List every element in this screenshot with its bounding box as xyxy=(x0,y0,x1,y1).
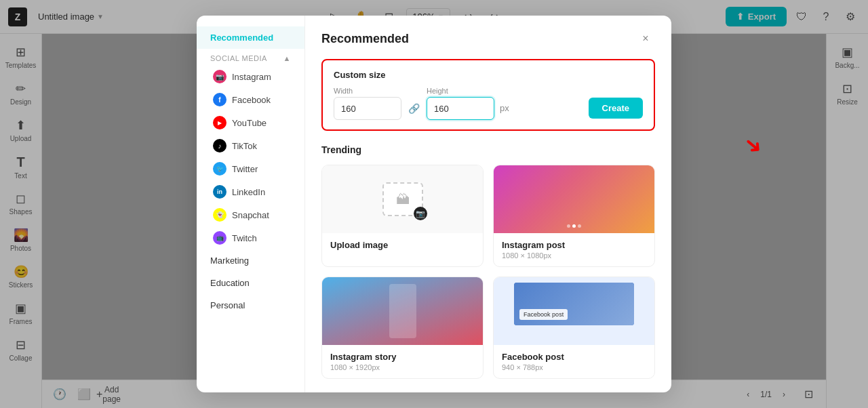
instagram-icon: 📷 xyxy=(213,70,226,83)
height-input[interactable] xyxy=(427,97,494,120)
recommended-modal: Recommended Social media ▲ 📷 Instagram f… xyxy=(197,16,671,392)
modal-left-personal[interactable]: Personal xyxy=(197,294,304,317)
trending-grid: 🏔 📷 Upload image xyxy=(321,165,655,379)
dot-2 xyxy=(572,224,576,228)
modal-title: Recommended xyxy=(321,32,409,46)
modal-left-twitter[interactable]: 🐦 Twitter xyxy=(197,157,304,180)
facebook-post-card-name: Facebook post xyxy=(502,352,646,362)
height-label: Height xyxy=(427,87,494,95)
modal-right-panel: Recommended × Custom size Width 🔗 Height xyxy=(305,16,671,392)
modal-left-twitch[interactable]: 📺 Twitch xyxy=(197,226,304,249)
facebook-post-card-dims: 940 × 788px xyxy=(502,363,646,371)
instagram-story-card[interactable]: Instagram story 1080 × 1920px xyxy=(321,277,484,379)
instagram-story-preview xyxy=(322,277,483,345)
trending-title: Trending xyxy=(321,144,655,155)
mountain-icon: 🏔 xyxy=(396,192,410,207)
modal-left-facebook[interactable]: f Facebook xyxy=(197,88,304,111)
custom-size-section: Custom size Width 🔗 Height px Create xyxy=(321,59,655,131)
camera-icon: 📷 xyxy=(414,207,427,220)
modal-header: Recommended × xyxy=(321,29,655,48)
modal-left-instagram[interactable]: 📷 Instagram xyxy=(197,65,304,88)
height-field-group: Height xyxy=(427,87,494,120)
modal-left-snapchat[interactable]: 👻 Snapchat xyxy=(197,203,304,226)
modal-left-tiktok[interactable]: ♪ TikTok xyxy=(197,134,304,157)
snapchat-icon: 👻 xyxy=(213,208,226,222)
facebook-post-preview: Facebook post xyxy=(494,277,654,345)
instagram-story-card-info: Instagram story 1080 × 1920px xyxy=(322,345,483,378)
facebook-post-card[interactable]: Facebook post Facebook post 940 × 788px xyxy=(493,277,655,379)
linkedin-icon: in xyxy=(213,185,226,199)
modal-overlay[interactable]: Recommended Social media ▲ 📷 Instagram f… xyxy=(0,0,868,408)
modal-left-education[interactable]: Education xyxy=(197,272,304,294)
instagram-post-card-dims: 1080 × 1080px xyxy=(502,251,646,260)
upload-card-name: Upload image xyxy=(330,240,475,250)
modal-left-youtube[interactable]: ▶ YouTube xyxy=(197,111,304,134)
instagram-post-card-info: Instagram post 1080 × 1080px xyxy=(494,233,654,266)
modal-close-button[interactable]: × xyxy=(636,29,655,48)
upload-image-card[interactable]: 🏔 📷 Upload image xyxy=(321,165,484,267)
width-field-group: Width xyxy=(334,87,401,120)
instagram-post-card-name: Instagram post xyxy=(502,240,646,250)
twitch-icon: 📺 xyxy=(213,231,226,245)
instagram-post-preview xyxy=(494,165,654,233)
tiktok-icon: ♪ xyxy=(213,139,226,152)
facebook-icon: f xyxy=(213,93,226,106)
instagram-post-card[interactable]: Instagram post 1080 × 1080px xyxy=(493,165,655,267)
link-dimensions-icon: 🔗 xyxy=(407,103,421,114)
facebook-post-card-info: Facebook post 940 × 788px xyxy=(494,345,654,378)
youtube-icon: ▶ xyxy=(213,116,226,129)
twitter-icon: 🐦 xyxy=(213,162,226,176)
dot-3 xyxy=(578,224,581,228)
instagram-story-card-name: Instagram story xyxy=(330,352,475,362)
dot-1 xyxy=(567,224,570,228)
instagram-story-card-dims: 1080 × 1920px xyxy=(330,363,475,371)
upload-card-preview: 🏔 📷 xyxy=(322,165,483,233)
px-label: px xyxy=(500,103,509,113)
custom-size-label: Custom size xyxy=(334,70,643,80)
modal-left-recommended[interactable]: Recommended xyxy=(197,26,304,49)
custom-size-fields: Width 🔗 Height px Create xyxy=(334,87,643,120)
width-label: Width xyxy=(334,87,401,95)
modal-left-panel: Recommended Social media ▲ 📷 Instagram f… xyxy=(197,16,305,392)
width-input[interactable] xyxy=(334,97,401,120)
upload-card-info: Upload image xyxy=(322,233,483,257)
create-button[interactable]: Create xyxy=(589,98,643,119)
upload-icon-area: 🏔 📷 xyxy=(382,182,423,216)
modal-left-linkedin[interactable]: in LinkedIn xyxy=(197,180,304,203)
modal-left-marketing[interactable]: Marketing xyxy=(197,249,304,272)
social-media-section-label: Social media ▲ xyxy=(197,49,304,65)
